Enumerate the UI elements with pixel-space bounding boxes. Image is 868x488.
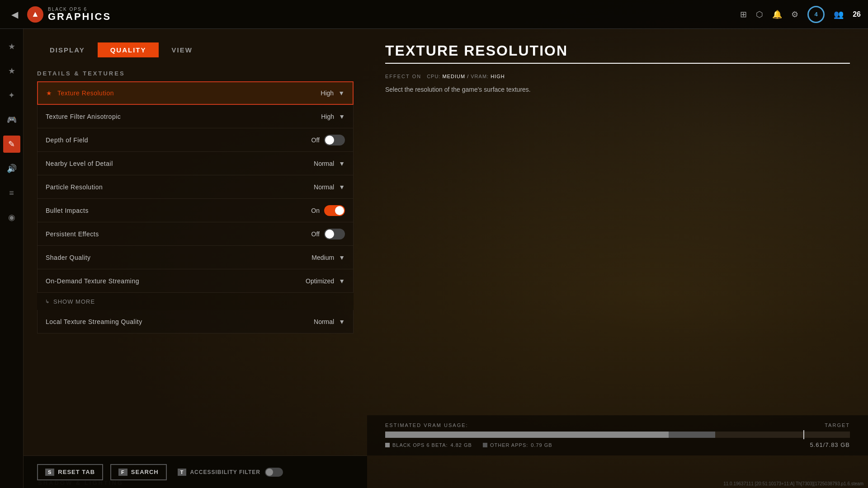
grid-icon[interactable]: ⊞	[740, 9, 747, 19]
vram-label-s: VRAM:	[471, 74, 491, 79]
setting-value-text-local-streaming: Normal	[314, 318, 334, 325]
setting-value-local-streaming: Normal ▼	[255, 318, 345, 325]
toggle-knob-depth-of-field	[325, 136, 334, 145]
setting-value-nearby-lod: Normal ▼	[255, 160, 345, 167]
tabs-container: DISPLAY QUALITY VIEW	[37, 42, 354, 57]
gear-icon[interactable]: ⚙	[791, 9, 798, 19]
sidebar-item-star2[interactable]: ★	[3, 62, 20, 80]
setting-row-texture-filter[interactable]: Texture Filter Anisotropic High ▼	[37, 105, 354, 128]
search-key: F	[118, 469, 127, 476]
setting-name-local-streaming: Local Texture Streaming Quality	[46, 318, 255, 325]
setting-name-texture-filter: Texture Filter Anisotropic	[46, 113, 255, 120]
dropdown-arrow-texture-resolution: ▼	[338, 89, 344, 97]
info-title: Texture Resolution	[385, 42, 850, 64]
setting-value-text-texture-resolution: High	[321, 89, 334, 97]
hexagon-icon[interactable]: ⬡	[756, 9, 763, 19]
friends-count: 26	[853, 10, 861, 19]
setting-value-texture-filter: High ▼	[255, 113, 345, 120]
dropdown-arrow-local-streaming: ▼	[339, 318, 345, 325]
reset-tab-button[interactable]: S RESET TAB	[37, 464, 103, 480]
sidebar-item-controller[interactable]: 🎮	[3, 111, 20, 128]
toggle-depth-of-field[interactable]	[324, 135, 345, 145]
search-button[interactable]: F SEARCH	[110, 464, 167, 480]
setting-value-particle-resolution: Normal ▼	[255, 183, 345, 191]
toggle-persistent-effects[interactable]	[324, 229, 345, 239]
setting-row-local-streaming[interactable]: Local Texture Streaming Quality Normal ▼	[37, 310, 354, 333]
toggle-knob-persistent-effects	[325, 230, 334, 239]
friends-icon[interactable]: 👥	[834, 9, 844, 19]
level-circle: 4	[807, 6, 825, 23]
sidebar-item-network[interactable]: ◉	[3, 209, 20, 226]
setting-name-shader-quality: Shader Quality	[46, 254, 255, 261]
level-number: 4	[815, 11, 818, 18]
setting-row-nearby-lod[interactable]: Nearby Level of Detail Normal ▼	[37, 152, 354, 175]
left-sidebar: ★ ★ ✦ 🎮 ✎ 🔊 ≡ ◉	[0, 29, 24, 488]
setting-row-shader-quality[interactable]: Shader Quality Medium ▼	[37, 246, 354, 269]
level-badge: 4	[807, 6, 825, 23]
tab-quality[interactable]: QUALITY	[98, 42, 159, 57]
setting-value-ondemand-streaming: Optimized ▼	[255, 277, 345, 285]
setting-name-particle-resolution: Particle Resolution	[46, 183, 255, 191]
setting-value-depth-of-field: Off	[255, 135, 345, 145]
dropdown-arrow-particle-resolution: ▼	[339, 183, 345, 191]
toggle-knob-bullet-impacts	[335, 206, 344, 215]
setting-row-depth-of-field[interactable]: Depth of Field Off	[37, 128, 354, 152]
sidebar-item-favorites[interactable]: ★	[3, 38, 20, 55]
setting-value-text-nearby-lod: Normal	[314, 160, 334, 167]
effect-label: EFFECT ON	[385, 74, 421, 79]
accessibility-label: ACCESSIBILITY FILTER	[190, 469, 260, 475]
setting-name-persistent-effects: Persistent Effects	[46, 230, 255, 238]
setting-value-text-bullet-impacts: On	[311, 207, 320, 214]
version-text: 11.0.19637111 [20:51:10173+11:A] Th[7303…	[723, 481, 863, 486]
show-more-label: SHOW MORE	[53, 298, 95, 305]
setting-row-particle-resolution[interactable]: Particle Resolution Normal ▼	[37, 175, 354, 199]
bell-icon[interactable]: 🔔	[772, 9, 782, 19]
show-more-arrow-icon: ↳	[45, 299, 50, 305]
tab-view[interactable]: VIEW	[159, 42, 205, 57]
sidebar-item-graphics[interactable]: ✎	[3, 136, 20, 153]
setting-row-persistent-effects[interactable]: Persistent Effects Off	[37, 222, 354, 246]
setting-value-shader-quality: Medium ▼	[255, 254, 345, 261]
right-panel: Texture Resolution EFFECT ON CPU: MEDIUM…	[367, 29, 868, 488]
dropdown-arrow-nearby-lod: ▼	[339, 160, 345, 167]
setting-value-text-persistent-effects: Off	[311, 230, 320, 238]
setting-row-bullet-impacts[interactable]: Bullet Impacts On	[37, 199, 354, 222]
info-description: Select the resolution of the game's surf…	[385, 84, 611, 94]
reset-key: S	[45, 469, 54, 476]
toggle-bullet-impacts[interactable]	[324, 205, 345, 216]
left-panel: DISPLAY QUALITY VIEW DETAILS & TEXTURES …	[24, 29, 367, 488]
setting-value-text-texture-filter: High	[321, 113, 334, 120]
setting-row-texture-resolution[interactable]: ★ Texture Resolution High ▼	[37, 81, 354, 105]
accessibility-toggle-knob	[266, 469, 273, 476]
setting-value-text-particle-resolution: Normal	[314, 183, 334, 191]
nav-right: ⊞ ⬡ 🔔 ⚙ 4 👥 26	[740, 6, 861, 23]
setting-name-ondemand-streaming: On-Demand Texture Streaming	[46, 277, 255, 285]
setting-name-texture-resolution: Texture Resolution	[57, 89, 254, 97]
dropdown-arrow-ondemand-streaming: ▼	[339, 277, 345, 285]
back-button[interactable]: ◀	[7, 7, 22, 22]
setting-value-text-ondemand-streaming: Optimized	[306, 277, 334, 285]
setting-value-text-shader-quality: Medium	[311, 254, 334, 261]
settings-list: ★ Texture Resolution High ▼ Texture Filt…	[37, 81, 354, 472]
sidebar-item-audio[interactable]: 🔊	[3, 160, 20, 177]
setting-row-ondemand-streaming[interactable]: On-Demand Texture Streaming Optimized ▼	[37, 269, 354, 293]
setting-value-bullet-impacts: On	[255, 205, 345, 216]
cpu-label-s: CPU:	[427, 74, 442, 79]
accessibility-key: T	[178, 469, 187, 476]
sidebar-item-interface[interactable]: ≡	[3, 184, 20, 202]
logo-text: BLACK OPS 6 GRAPHICS	[48, 7, 111, 22]
logo: ▲ BLACK OPS 6 GRAPHICS	[27, 6, 111, 23]
show-more-row[interactable]: ↳ SHOW MORE	[37, 293, 354, 310]
dropdown-arrow-texture-filter: ▼	[339, 113, 345, 120]
accessibility-button[interactable]: T ACCESSIBILITY FILTER	[178, 465, 260, 479]
effect-cpu: CPU: MEDIUM / VRAM: HIGH	[427, 74, 505, 79]
accessibility-toggle-container: T ACCESSIBILITY FILTER	[178, 465, 283, 479]
setting-name-depth-of-field: Depth of Field	[46, 136, 255, 144]
top-nav: ◀ ▲ BLACK OPS 6 GRAPHICS ⊞ ⬡ 🔔 ⚙ 4 👥 26	[0, 0, 868, 29]
accessibility-toggle[interactable]	[265, 468, 283, 477]
sidebar-item-special[interactable]: ✦	[3, 87, 20, 104]
bottom-bar: S RESET TAB F SEARCH T ACCESSIBILITY FIL…	[24, 455, 367, 488]
section-name: GRAPHICS	[48, 12, 111, 22]
reset-label: RESET TAB	[58, 469, 95, 475]
tab-display[interactable]: DISPLAY	[37, 42, 98, 57]
